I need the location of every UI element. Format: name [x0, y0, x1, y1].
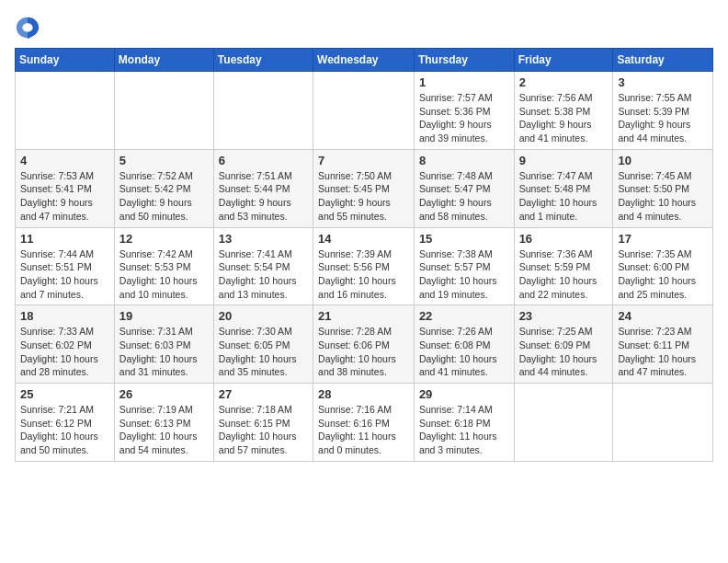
day-number: 18 — [20, 309, 109, 323]
calendar-header-row: SundayMondayTuesdayWednesdayThursdayFrid… — [16, 49, 713, 72]
day-of-week-header: Saturday — [613, 49, 713, 72]
day-info: Sunrise: 7:52 AM Sunset: 5:42 PM Dayligh… — [119, 169, 209, 224]
calendar-cell: 1Sunrise: 7:57 AM Sunset: 5:36 PM Daylig… — [414, 72, 514, 150]
day-info: Sunrise: 7:14 AM Sunset: 6:18 PM Dayligh… — [419, 403, 509, 457]
calendar-cell: 13Sunrise: 7:41 AM Sunset: 5:54 PM Dayli… — [213, 227, 313, 305]
calendar-week-row: 25Sunrise: 7:21 AM Sunset: 6:12 PM Dayli… — [16, 384, 713, 462]
calendar-cell: 6Sunrise: 7:51 AM Sunset: 5:44 PM Daylig… — [213, 149, 313, 227]
calendar-cell: 28Sunrise: 7:16 AM Sunset: 6:16 PM Dayli… — [313, 384, 415, 462]
calendar-cell: 10Sunrise: 7:45 AM Sunset: 5:50 PM Dayli… — [613, 149, 713, 227]
day-number: 8 — [419, 154, 509, 167]
calendar-cell: 15Sunrise: 7:38 AM Sunset: 5:57 PM Dayli… — [414, 227, 514, 305]
day-number: 7 — [318, 154, 409, 167]
day-info: Sunrise: 7:48 AM Sunset: 5:47 PM Dayligh… — [419, 169, 509, 224]
calendar-cell — [613, 384, 713, 462]
calendar-cell: 11Sunrise: 7:44 AM Sunset: 5:51 PM Dayli… — [16, 227, 115, 305]
day-number: 26 — [119, 387, 209, 401]
calendar-cell: 12Sunrise: 7:42 AM Sunset: 5:53 PM Dayli… — [114, 227, 213, 305]
day-info: Sunrise: 7:56 AM Sunset: 5:38 PM Dayligh… — [519, 91, 609, 145]
day-number: 17 — [618, 232, 708, 246]
day-number: 22 — [419, 309, 509, 323]
day-number: 21 — [318, 309, 409, 323]
day-info: Sunrise: 7:44 AM Sunset: 5:51 PM Dayligh… — [20, 247, 109, 302]
day-number: 25 — [20, 387, 109, 401]
calendar-week-row: 1Sunrise: 7:57 AM Sunset: 5:36 PM Daylig… — [16, 72, 713, 150]
calendar-cell: 22Sunrise: 7:26 AM Sunset: 6:08 PM Dayli… — [414, 305, 514, 384]
calendar-cell: 26Sunrise: 7:19 AM Sunset: 6:13 PM Dayli… — [114, 384, 213, 462]
logo-icon — [15, 15, 40, 40]
day-number: 3 — [618, 75, 708, 89]
day-info: Sunrise: 7:39 AM Sunset: 5:56 PM Dayligh… — [318, 247, 409, 302]
calendar-cell: 21Sunrise: 7:28 AM Sunset: 6:06 PM Dayli… — [313, 305, 415, 384]
calendar-cell: 20Sunrise: 7:30 AM Sunset: 6:05 PM Dayli… — [213, 305, 313, 384]
day-number: 14 — [318, 232, 409, 246]
day-info: Sunrise: 7:36 AM Sunset: 5:59 PM Dayligh… — [519, 247, 609, 302]
calendar-cell: 29Sunrise: 7:14 AM Sunset: 6:18 PM Dayli… — [414, 384, 514, 462]
day-info: Sunrise: 7:26 AM Sunset: 6:08 PM Dayligh… — [419, 325, 509, 379]
day-info: Sunrise: 7:47 AM Sunset: 5:48 PM Dayligh… — [519, 169, 609, 224]
day-number: 2 — [519, 75, 609, 89]
day-number: 6 — [219, 154, 308, 167]
day-of-week-header: Thursday — [414, 49, 514, 72]
day-number: 20 — [219, 309, 308, 323]
day-of-week-header: Sunday — [16, 49, 115, 72]
calendar-cell: 23Sunrise: 7:25 AM Sunset: 6:09 PM Dayli… — [514, 305, 613, 384]
calendar-cell — [213, 72, 313, 150]
day-number: 29 — [419, 387, 509, 401]
day-number: 15 — [419, 232, 509, 246]
day-info: Sunrise: 7:51 AM Sunset: 5:44 PM Dayligh… — [219, 169, 308, 224]
day-info: Sunrise: 7:55 AM Sunset: 5:39 PM Dayligh… — [618, 91, 708, 145]
day-info: Sunrise: 7:41 AM Sunset: 5:54 PM Dayligh… — [219, 247, 308, 302]
calendar-cell: 3Sunrise: 7:55 AM Sunset: 5:39 PM Daylig… — [613, 72, 713, 150]
calendar-week-row: 11Sunrise: 7:44 AM Sunset: 5:51 PM Dayli… — [16, 227, 713, 305]
calendar-cell: 4Sunrise: 7:53 AM Sunset: 5:41 PM Daylig… — [16, 149, 115, 227]
calendar-cell: 18Sunrise: 7:33 AM Sunset: 6:02 PM Dayli… — [16, 305, 115, 384]
calendar-week-row: 18Sunrise: 7:33 AM Sunset: 6:02 PM Dayli… — [16, 305, 713, 384]
day-number: 28 — [318, 387, 409, 401]
calendar-cell: 8Sunrise: 7:48 AM Sunset: 5:47 PM Daylig… — [414, 149, 514, 227]
calendar-cell: 9Sunrise: 7:47 AM Sunset: 5:48 PM Daylig… — [514, 149, 613, 227]
day-info: Sunrise: 7:25 AM Sunset: 6:09 PM Dayligh… — [519, 325, 609, 379]
day-info: Sunrise: 7:35 AM Sunset: 6:00 PM Dayligh… — [618, 247, 708, 302]
calendar-cell: 7Sunrise: 7:50 AM Sunset: 5:45 PM Daylig… — [313, 149, 415, 227]
page-header — [15, 15, 713, 40]
calendar-table: SundayMondayTuesdayWednesdayThursdayFrid… — [15, 48, 713, 462]
day-number: 23 — [519, 309, 609, 323]
day-number: 19 — [119, 309, 209, 323]
day-number: 13 — [219, 232, 308, 246]
calendar-cell: 24Sunrise: 7:23 AM Sunset: 6:11 PM Dayli… — [613, 305, 713, 384]
calendar-cell: 25Sunrise: 7:21 AM Sunset: 6:12 PM Dayli… — [16, 384, 115, 462]
day-of-week-header: Monday — [114, 49, 213, 72]
day-info: Sunrise: 7:42 AM Sunset: 5:53 PM Dayligh… — [119, 247, 209, 302]
day-number: 1 — [419, 75, 509, 89]
day-number: 27 — [219, 387, 308, 401]
day-of-week-header: Tuesday — [213, 49, 313, 72]
calendar-cell: 19Sunrise: 7:31 AM Sunset: 6:03 PM Dayli… — [114, 305, 213, 384]
calendar-week-row: 4Sunrise: 7:53 AM Sunset: 5:41 PM Daylig… — [16, 149, 713, 227]
calendar-cell — [514, 384, 613, 462]
day-info: Sunrise: 7:33 AM Sunset: 6:02 PM Dayligh… — [20, 325, 109, 379]
day-info: Sunrise: 7:28 AM Sunset: 6:06 PM Dayligh… — [318, 325, 409, 379]
day-number: 11 — [20, 232, 109, 246]
day-number: 16 — [519, 232, 609, 246]
calendar-cell: 5Sunrise: 7:52 AM Sunset: 5:42 PM Daylig… — [114, 149, 213, 227]
logo — [15, 15, 44, 40]
calendar-cell — [114, 72, 213, 150]
calendar-cell: 27Sunrise: 7:18 AM Sunset: 6:15 PM Dayli… — [213, 384, 313, 462]
day-info: Sunrise: 7:18 AM Sunset: 6:15 PM Dayligh… — [219, 403, 308, 457]
day-info: Sunrise: 7:31 AM Sunset: 6:03 PM Dayligh… — [119, 325, 209, 379]
day-info: Sunrise: 7:19 AM Sunset: 6:13 PM Dayligh… — [119, 403, 209, 457]
day-info: Sunrise: 7:45 AM Sunset: 5:50 PM Dayligh… — [618, 169, 708, 224]
calendar-cell — [16, 72, 115, 150]
day-number: 9 — [519, 154, 609, 167]
day-number: 4 — [20, 154, 109, 167]
day-of-week-header: Friday — [514, 49, 613, 72]
day-info: Sunrise: 7:21 AM Sunset: 6:12 PM Dayligh… — [20, 403, 109, 457]
day-info: Sunrise: 7:57 AM Sunset: 5:36 PM Dayligh… — [419, 91, 509, 145]
calendar-cell: 2Sunrise: 7:56 AM Sunset: 5:38 PM Daylig… — [514, 72, 613, 150]
day-info: Sunrise: 7:38 AM Sunset: 5:57 PM Dayligh… — [419, 247, 509, 302]
calendar-cell — [313, 72, 415, 150]
calendar-cell: 14Sunrise: 7:39 AM Sunset: 5:56 PM Dayli… — [313, 227, 415, 305]
calendar-cell: 17Sunrise: 7:35 AM Sunset: 6:00 PM Dayli… — [613, 227, 713, 305]
day-number: 24 — [618, 309, 708, 323]
